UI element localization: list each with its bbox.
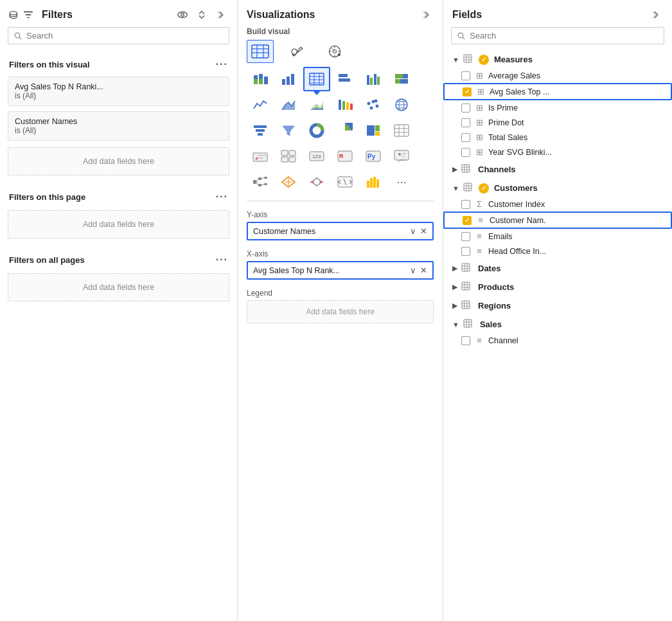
field-year-svg[interactable]: ⊞ Year SVG Blinki... [443,145,672,159]
measures-header[interactable]: ▼ ✓ Measures [443,51,672,68]
viz-funnel[interactable] [247,118,274,143]
viz-pie-chart[interactable] [332,118,358,143]
filters-search-input[interactable] [26,31,224,40]
viz-table-selected[interactable] [303,67,330,91]
field-emails[interactable]: ≡ Emails [443,229,672,244]
viz-scatter-plot[interactable] [360,93,387,117]
fields-search-input[interactable] [470,31,659,40]
viz-tab-analytics[interactable] [321,40,348,63]
field-total-sales[interactable]: ⊞ Total Sales [443,130,672,145]
viz-ribbon-chart[interactable] [332,93,358,117]
avg-sales-top-checkbox[interactable] [463,87,472,96]
svg-rect-58 [375,125,380,131]
viz-filter-icon2[interactable] [275,118,302,143]
viz-area-chart[interactable] [275,93,302,117]
field-customer-index[interactable]: Σ Customer Index [443,197,672,212]
all-add-data[interactable]: Add data fields here [8,273,229,302]
visual-add-data[interactable]: Add data fields here [8,147,229,176]
field-avg-sales-top[interactable]: ⊞ Avg Sales Top ... [443,83,672,100]
filter-card-customer-names[interactable]: Customer Names is (All) [8,111,229,141]
field-is-prime[interactable]: ⊞ Is Prime [443,100,672,115]
viz-line-chart[interactable] [247,93,274,117]
channel-checkbox[interactable] [461,336,470,345]
viz-stacked-bar[interactable] [247,67,274,91]
eye-icon[interactable] [175,8,190,22]
viz-horizontal-bar[interactable] [332,67,358,91]
viz-100percent-bar[interactable] [388,67,415,91]
field-head-office[interactable]: ≡ Head Office In... [443,244,672,258]
field-channel[interactable]: ≡ Channel [443,333,672,348]
viz-header: Visualizations [238,0,443,24]
filter-card-title2: Customer Names [15,117,222,126]
page-section-menu[interactable]: ··· [216,191,228,203]
viz-donut[interactable] [303,118,330,143]
filters-search-box[interactable] [8,27,229,44]
filter-card-sub: is (All) [15,91,222,100]
field-customer-name[interactable]: ≡ Customer Nam. [443,212,672,229]
viz-globe-chart[interactable] [388,93,415,117]
calc-icon: ⊞ [474,71,484,80]
filter-icon: ⛁ [9,9,17,21]
field-icon-cn: ≡ [475,215,486,225]
collapse-icon[interactable] [195,8,209,22]
head-office-checkbox[interactable] [461,247,470,256]
sales-chevron: ▼ [452,321,459,328]
y-axis-close-icon[interactable]: ✕ [420,226,427,236]
viz-qna[interactable] [388,144,415,168]
customer-index-checkbox[interactable] [461,200,470,209]
viz-code[interactable] [332,170,358,194]
dates-header[interactable]: ▶ Dates [443,260,672,277]
viz-treemap[interactable] [360,118,387,143]
channels-chevron: ▶ [452,165,457,174]
svg-rect-72 [289,157,296,162]
viz-python[interactable]: Py [360,144,387,168]
total-sales-checkbox[interactable] [461,133,470,142]
year-svg-name: Year SVG Blinki... [488,148,552,157]
expand-right-icon[interactable] [214,8,228,22]
customer-name-checkbox[interactable] [463,216,472,225]
x-axis-chevron-icon[interactable]: ∨ [410,266,416,275]
all-section-menu[interactable]: ··· [216,254,228,266]
calc-icon3: ⊞ [474,103,484,113]
viz-tab-table[interactable] [247,40,274,63]
visual-section-menu[interactable]: ··· [216,59,228,70]
is-prime-checkbox[interactable] [461,104,470,113]
sales-header[interactable]: ▼ Sales [443,316,672,333]
viz-multi-card[interactable] [275,144,302,168]
fields-expand-icon[interactable] [649,8,663,22]
products-header[interactable]: ▶ Products [443,278,672,296]
page-add-data[interactable]: Add data fields here [8,210,229,239]
y-axis-field[interactable]: Customer Names ∨ ✕ [247,222,434,240]
filter-card-avg-sales[interactable]: Avg Sales Top N Ranki... is (All) [8,76,229,106]
x-axis-field[interactable]: Avg Sales Top N Rank... ∨ ✕ [247,261,434,280]
emails-checkbox[interactable] [461,232,470,241]
year-svg-checkbox[interactable] [461,148,470,157]
viz-ai-smart[interactable] [275,170,302,194]
y-axis-chevron-icon[interactable]: ∨ [410,226,416,236]
calc-icon6: ⊞ [474,147,484,157]
viz-more[interactable]: ··· [388,170,415,194]
viz-stacked-area[interactable] [303,93,330,117]
prime-dot-checkbox[interactable] [461,118,470,127]
legend-add-data[interactable]: Add data fields here [247,300,434,323]
viz-expand-icon[interactable] [420,8,434,22]
viz-slicer[interactable]: R [332,144,358,168]
field-average-sales[interactable]: ⊞ Average Sales [443,68,672,83]
viz-kpi[interactable]: ▲ [247,144,274,168]
regions-header[interactable]: ▶ Regions [443,297,672,314]
viz-bar-chart[interactable] [275,67,302,91]
fields-search-box[interactable] [451,27,664,44]
viz-histogram[interactable] [360,170,387,194]
viz-clustered-bar[interactable] [360,67,387,91]
x-axis-close-icon[interactable]: ✕ [420,266,427,275]
viz-decomp-tree[interactable] [247,170,274,194]
viz-card[interactable]: 123 [303,144,330,168]
svg-rect-87 [264,183,267,185]
avg-sales-checkbox[interactable] [461,71,470,80]
viz-tab-paint[interactable] [284,40,311,63]
field-prime-dot[interactable]: ⊞ Prime Dot [443,115,672,130]
viz-arrows[interactable] [303,170,330,194]
customers-header[interactable]: ▼ ✓ Customers [443,179,672,197]
channels-header[interactable]: ▶ Channels [443,161,672,178]
viz-matrix[interactable] [388,118,415,143]
